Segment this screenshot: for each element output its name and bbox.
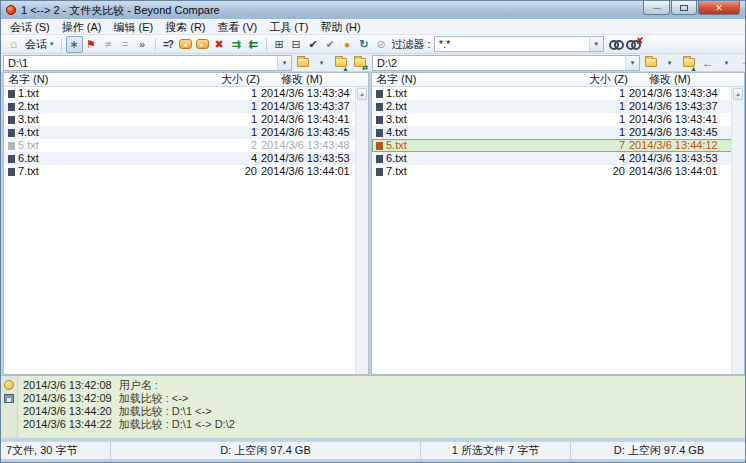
file-icon — [376, 103, 383, 111]
minimize-button[interactable]: — — [643, 1, 670, 15]
show-context-button[interactable] — [608, 36, 625, 53]
table-row-older[interactable]: 5.txt 2 2014/3/6 13:43:48 — [4, 139, 368, 152]
log-timestamp: 2014/3/6 13:42:08 — [23, 379, 112, 391]
left-path-dropdown-button[interactable]: ▾ — [277, 56, 291, 70]
show-minor-button[interactable]: ≠ — [100, 36, 117, 53]
compare-contents-button[interactable]: =? — [160, 36, 177, 53]
table-row[interactable]: 3.txt 1 2014/3/6 13:43:41 — [372, 113, 744, 126]
filter-combobox[interactable]: *.* ▾ — [434, 36, 604, 52]
right-parent-folder-button[interactable]: ▲ — [680, 55, 697, 71]
beyond-compare-window: 1 <--> 2 - 文件夹比较 - Beyond Compare — ✕ 会话… — [0, 0, 746, 463]
up-arrow-overlay-icon: ▲ — [690, 65, 697, 72]
menu-help[interactable]: 帮助 (H) — [314, 19, 366, 35]
delete-button[interactable]: ✖ — [211, 36, 228, 53]
close-button[interactable]: ✕ — [698, 1, 740, 15]
expand-all-button[interactable]: ⊞ — [271, 36, 288, 53]
show-all-button[interactable]: ∗ — [66, 36, 83, 53]
right-vertical-scrollbar[interactable]: ▲ — [731, 87, 744, 374]
table-row[interactable]: 1.txt 1 2014/3/6 13:43:34 — [372, 87, 744, 100]
go-back-button[interactable]: ← — [699, 55, 716, 71]
menu-search[interactable]: 搜索 (R) — [159, 19, 211, 35]
table-row[interactable]: 4.txt 1 2014/3/6 13:43:45 — [372, 126, 744, 139]
refresh-button[interactable]: ↻ — [356, 36, 373, 53]
check-light-icon: ✔ — [325, 38, 334, 51]
menu-actions[interactable]: 操作 (A) — [56, 19, 108, 35]
back-dropdown-button[interactable]: ▾ — [718, 55, 735, 71]
go-forward-button[interactable]: − — [737, 55, 746, 71]
file-modified: 2014/3/6 13:43:41 — [629, 113, 718, 126]
window-controls: — ✕ — [642, 1, 740, 15]
left-browse-folder-button[interactable] — [294, 55, 311, 71]
left-parent-folder-button[interactable]: ▲ — [332, 55, 349, 71]
maximize-button[interactable] — [671, 1, 697, 15]
copy-to-right-button[interactable]: ▸ — [194, 36, 211, 53]
chevron-down-icon: ▾ — [631, 59, 635, 67]
swap-sides-button[interactable]: ⇄ — [351, 55, 368, 71]
log-clock-icon[interactable] — [4, 380, 14, 390]
table-row[interactable]: 1.txt 1 2014/3/6 13:43:34 — [4, 87, 368, 100]
chevron-down-icon: ▾ — [594, 40, 598, 48]
log-timestamp: 2014/3/6 13:44:20 — [23, 405, 112, 417]
collapse-all-button[interactable]: ⊟ — [288, 36, 305, 53]
column-header-modified[interactable]: 修改 (M) — [649, 73, 691, 86]
table-row-selected-newer[interactable]: 5.txt 7 2014/3/6 13:44:12 — [372, 139, 744, 152]
menu-edit[interactable]: 编辑 (E) — [107, 19, 159, 35]
column-header-modified[interactable]: 修改 (M) — [281, 73, 323, 86]
up-arrow-icon: ▲ — [359, 91, 365, 97]
suppress-filters-button[interactable]: ✘ — [625, 36, 642, 53]
forward-disabled-icon: − — [742, 57, 746, 69]
log-message: 加载比较 : D:\1 <-> — [119, 405, 212, 417]
table-row[interactable]: 3.txt 1 2014/3/6 13:43:41 — [4, 113, 368, 126]
column-header-name[interactable]: 名字 (N) — [8, 73, 48, 86]
file-size: 7 — [542, 139, 625, 152]
file-name: 7.txt — [386, 165, 407, 178]
save-log-icon[interactable] — [4, 394, 14, 403]
right-path-combobox[interactable]: D:\2 ▾ — [372, 55, 640, 71]
right-folder-dropdown-button[interactable]: ▾ — [661, 55, 678, 71]
filter-dropdown-button[interactable]: ▾ — [589, 37, 603, 51]
home-button[interactable]: ⌂ — [5, 36, 22, 53]
title-bar[interactable]: 1 <--> 2 - 文件夹比较 - Beyond Compare — ✕ — [1, 1, 745, 19]
file-modified: 2014/3/6 13:43:37 — [261, 100, 350, 113]
file-name: 3.txt — [18, 113, 39, 126]
scroll-up-button[interactable]: ▲ — [733, 88, 743, 100]
filter-value: *.* — [435, 38, 589, 50]
file-name: 2.txt — [386, 100, 407, 113]
right-path-dropdown-button[interactable]: ▾ — [625, 56, 639, 70]
log-timestamp: 2014/3/6 13:42:09 — [23, 392, 112, 404]
table-row[interactable]: 6.txt 4 2014/3/6 13:43:53 — [4, 152, 368, 165]
rules-button[interactable]: ● — [339, 36, 356, 53]
table-row[interactable]: 7.txt 20 2014/3/6 13:44:01 — [4, 165, 368, 178]
stop-button[interactable]: ⊘ — [373, 36, 390, 53]
show-same-button[interactable]: = — [117, 36, 134, 53]
scroll-up-button[interactable]: ▲ — [357, 88, 367, 100]
table-row[interactable]: 2.txt 1 2014/3/6 13:43:37 — [372, 100, 744, 113]
left-folder-dropdown-button[interactable]: ▾ — [313, 55, 330, 71]
toolbar-separator — [155, 38, 156, 51]
column-header-size[interactable]: 大小 (Z) — [542, 73, 628, 86]
show-differences-button[interactable]: ⚑ — [83, 36, 100, 53]
toggle-check-button[interactable]: ✔ — [322, 36, 339, 53]
mirror-to-left-button[interactable]: ⇇ — [245, 36, 262, 53]
table-row[interactable]: 2.txt 1 2014/3/6 13:43:37 — [4, 100, 368, 113]
left-vertical-scrollbar[interactable]: ▲ — [355, 87, 368, 374]
table-row[interactable]: 7.txt 20 2014/3/6 13:44:01 — [372, 165, 744, 178]
copy-to-left-button[interactable]: ◂ — [177, 36, 194, 53]
session-menu-button[interactable]: 会话 ▾ — [22, 36, 57, 53]
right-browse-folder-button[interactable] — [642, 55, 659, 71]
column-header-name[interactable]: 名字 (N) — [376, 73, 416, 86]
menu-view[interactable]: 查看 (V) — [212, 19, 264, 35]
table-row[interactable]: 6.txt 4 2014/3/6 13:43:53 — [372, 152, 744, 165]
left-path-combobox[interactable]: D:\1 ▾ — [3, 55, 292, 71]
back-arrow-icon: ← — [702, 57, 713, 69]
toolbar-overflow-button[interactable]: » — [134, 36, 151, 53]
mirror-to-right-button[interactable]: ⇉ — [228, 36, 245, 53]
menu-tools[interactable]: 工具 (T) — [263, 19, 314, 35]
table-row[interactable]: 4.txt 1 2014/3/6 13:43:45 — [4, 126, 368, 139]
delete-icon: ✖ — [214, 38, 223, 51]
stop-icon: ⊘ — [376, 38, 385, 51]
menu-session[interactable]: 会话 (S) — [4, 19, 56, 35]
column-header-size[interactable]: 大小 (Z) — [174, 73, 260, 86]
select-check-button[interactable]: ✔ — [305, 36, 322, 53]
right-path-bar: D:\2 ▾ ▾ ▲ ← ▾ − ▾ — [370, 54, 746, 72]
